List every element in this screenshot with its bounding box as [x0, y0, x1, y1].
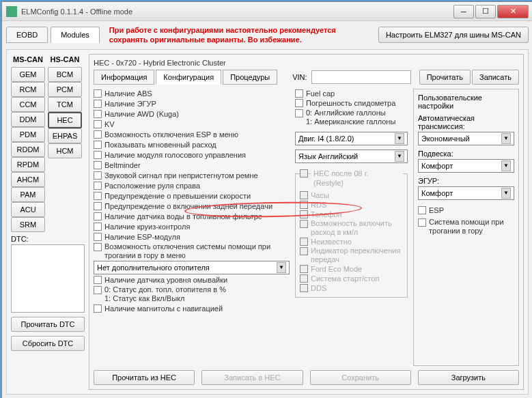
checkbox-label: Звуковой сигнал при непристегнутом ремне — [104, 171, 258, 180]
checkbox-label: Телефон — [311, 210, 342, 219]
maximize-button[interactable]: ☐ — [475, 5, 496, 18]
checkbox[interactable] — [94, 171, 102, 180]
tab-eobd[interactable]: EOBD — [6, 27, 48, 43]
module-pcm[interactable]: PCM — [48, 82, 82, 97]
checkbox[interactable] — [94, 151, 102, 159]
checkbox-label: Часы — [311, 190, 329, 200]
load-button[interactable]: Загрузить — [418, 370, 519, 385]
checkbox — [300, 220, 308, 228]
esp-checkbox[interactable] — [418, 206, 426, 214]
checkbox[interactable] — [295, 99, 303, 107]
module-ccm[interactable]: CCM — [11, 97, 45, 112]
tab-modules[interactable]: Modules — [51, 27, 100, 43]
module-bcm[interactable]: BCM — [48, 67, 82, 82]
hill-checkbox[interactable] — [418, 218, 426, 227]
trans-select[interactable]: Экономичный▼ — [418, 132, 514, 145]
checkbox-label: Наличие датчика уровня омывайки — [104, 275, 227, 285]
checkbox-label: Наличие AWD (Kuga) — [104, 109, 179, 119]
checkbox[interactable] — [94, 130, 102, 139]
hill-label: Система помощи при трогании в гору — [429, 218, 514, 236]
configure-elm-button[interactable]: Настроить ELM327 для шины MS-CAN — [378, 27, 529, 43]
panel-tab-info[interactable]: Информация — [94, 70, 154, 85]
checkbox[interactable] — [94, 286, 102, 294]
write-hec-button[interactable]: Записать в HEC — [201, 370, 303, 385]
checkbox-label: Возможность отключения ESP в меню — [104, 130, 238, 139]
checkbox — [300, 210, 308, 218]
dtc-textbox[interactable] — [11, 244, 85, 313]
module-rpdm[interactable]: RPDM — [11, 157, 45, 172]
module-rddm[interactable]: RDDM — [11, 142, 45, 157]
module-pam[interactable]: PAM — [11, 187, 45, 202]
warning-text: При работе с конфигурациями настоятельно… — [102, 25, 376, 45]
checkbox-label: Beltminder — [104, 160, 141, 170]
checkbox-label: Наличие ЭГУР — [104, 99, 156, 109]
panel-tab-proc[interactable]: Процедуры — [223, 70, 277, 85]
module-ehpas[interactable]: EHPAS — [48, 128, 82, 143]
read-hec-button[interactable]: Прочитать из HEC — [94, 370, 195, 385]
checkbox[interactable] — [94, 182, 102, 190]
checkbox — [300, 247, 308, 255]
checkbox[interactable] — [94, 202, 102, 210]
module-tcm[interactable]: TCM — [48, 97, 82, 112]
checkbox[interactable] — [94, 192, 102, 200]
module-pdm[interactable]: PDM — [11, 127, 45, 142]
module-hcm[interactable]: HCM — [48, 143, 82, 158]
engine-select[interactable]: Двиг. I4 (1.8/2.0)▼ — [295, 132, 408, 145]
checkbox[interactable] — [94, 243, 102, 251]
checkbox[interactable] — [94, 110, 102, 118]
checkbox-label: RDS — [311, 200, 326, 210]
trans-label: Автоматическая трансмиссия: — [418, 114, 514, 130]
checkbox-label: Расположение руля справа — [104, 181, 200, 190]
checkbox-label: Неизвестно — [311, 237, 352, 246]
write-button[interactable]: Записать — [472, 70, 519, 85]
module-rcm[interactable]: RCM — [11, 82, 45, 97]
window-title: ELMConfig 0.1.1.4 - Offline mode — [21, 8, 453, 16]
checkbox-label: Наличие магнитолы с навигацией — [104, 304, 223, 313]
reset-dtc-button[interactable]: Сбросить DTC — [11, 336, 85, 351]
checkbox-label: Погрешность спидометра — [306, 98, 395, 108]
egur-select[interactable]: Комфорт▼ — [418, 186, 514, 200]
checkbox[interactable] — [94, 120, 102, 128]
module-ddm[interactable]: DDM — [11, 112, 45, 127]
module-gem[interactable]: GEM — [11, 67, 45, 82]
vin-input[interactable] — [311, 70, 411, 84]
chevron-down-icon: ▼ — [501, 188, 511, 199]
checkbox-label: Наличие круиз-контроля — [104, 222, 190, 231]
checkbox[interactable] — [94, 276, 102, 284]
read-dtc-button[interactable]: Прочитать DTC — [11, 317, 85, 332]
checkbox[interactable] — [94, 233, 102, 241]
language-select[interactable]: Язык Английский▼ — [295, 150, 408, 163]
checkbox-label: Возможность отключения системы помощи пр… — [104, 242, 290, 260]
module-ahcm[interactable]: AHCM — [11, 172, 45, 187]
checkbox — [300, 191, 308, 199]
checkbox[interactable] — [94, 89, 102, 98]
checkbox[interactable] — [94, 304, 102, 313]
save-button[interactable]: Сохранить — [310, 370, 411, 385]
read-button[interactable]: Прочитать — [419, 70, 471, 85]
checkbox[interactable] — [94, 161, 102, 169]
module-hec[interactable]: HEC — [48, 112, 82, 128]
app-window: ELMConfig 0.1.1.4 - Offline mode ─ ☐ ✕ E… — [1, 1, 532, 398]
minimize-button[interactable]: ─ — [453, 5, 474, 18]
checkbox — [300, 274, 308, 283]
chevron-down-icon: ▼ — [277, 262, 286, 273]
user-settings-title: Пользовательские настройки — [418, 94, 514, 110]
egur-label: ЭГУР: — [418, 177, 514, 185]
chevron-down-icon: ▼ — [501, 160, 511, 171]
checkbox[interactable] — [94, 212, 102, 221]
checkbox[interactable] — [94, 223, 102, 231]
panel-tab-config[interactable]: Конфигурация — [156, 70, 221, 85]
restyle-group-title: HEC после 08 г. (Restyle) — [311, 169, 403, 188]
checkbox[interactable] — [295, 89, 303, 98]
checkbox[interactable] — [94, 141, 102, 149]
mscan-header: MS-CAN — [11, 54, 45, 65]
susp-select[interactable]: Комфорт▼ — [418, 159, 514, 173]
checkbox[interactable] — [94, 100, 102, 108]
heater-select[interactable]: Нет дополнительного отопителя▼ — [94, 261, 290, 274]
checkbox-label: DDS — [311, 283, 326, 293]
module-srm[interactable]: SRM — [11, 217, 45, 232]
module-acu[interactable]: ACU — [11, 202, 45, 217]
close-button[interactable]: ✕ — [497, 5, 529, 18]
gallons-checkbox[interactable] — [295, 109, 303, 117]
restyle-checkbox[interactable] — [300, 169, 308, 177]
